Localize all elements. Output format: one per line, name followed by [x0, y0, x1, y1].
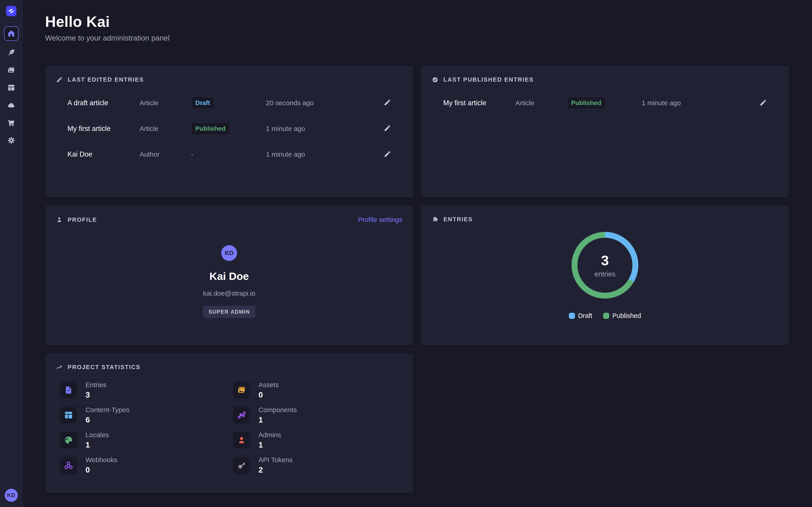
stat-tile: [233, 407, 250, 424]
entry-type: Article: [140, 125, 191, 132]
sidebar: KD: [0, 0, 22, 507]
globe-icon: [64, 435, 73, 445]
project-statistics-panel: PROJECT STATISTICS Entries: [45, 353, 413, 493]
entries-count: 3: [601, 252, 609, 268]
last-published-entries-panel: LAST PUBLISHED ENTRIES My first article …: [421, 66, 789, 198]
sidebar-item-cloud[interactable]: [4, 98, 18, 112]
stat-value: 1: [258, 440, 281, 449]
strapi-admin-app: KD Hello Kai Welcome to your administrat…: [0, 0, 812, 507]
check-circle-icon: [432, 76, 439, 83]
stat-value: 1: [86, 440, 109, 449]
entry-updated-time: 1 minute ago: [266, 151, 380, 158]
sidebar-item-content-manager[interactable]: [4, 45, 18, 60]
pictures-icon: [237, 385, 246, 395]
sidebar-user-section: KD: [0, 483, 22, 507]
profile-name: Kai Doe: [209, 270, 249, 282]
profile-settings-link[interactable]: Profile settings: [358, 216, 402, 224]
stat-tile: [60, 407, 77, 424]
draft-swatch: [569, 313, 575, 319]
chart-legend: Draft Published: [569, 312, 641, 320]
panel-title: PROFILE: [68, 216, 97, 223]
trending-up-icon: [56, 364, 63, 371]
edit-entry-button[interactable]: [384, 125, 391, 132]
profile-panel: PROFILE Profile settings KD Kai Doe kai.…: [45, 206, 413, 345]
stats-table: Entries 3: [56, 378, 402, 478]
stat-label: Webhooks: [86, 456, 117, 464]
table-row[interactable]: Kai Doe Author - 1 minute ago: [56, 142, 402, 167]
table-row[interactable]: My first article Article Published 1 min…: [56, 116, 402, 142]
panel-header: PROFILE Profile settings: [56, 206, 402, 224]
stat-webhooks: Webhooks 0: [56, 453, 229, 478]
sidebar-item-marketplace[interactable]: [4, 116, 18, 130]
dashboard-grid: LAST EDITED ENTRIES A draft article Arti…: [45, 66, 790, 493]
layout-icon: [7, 83, 15, 92]
stat-locales: Locales 1: [56, 428, 229, 453]
entry-updated-time: 1 minute ago: [642, 99, 756, 107]
document-icon: [64, 385, 73, 395]
panel-header: LAST EDITED ENTRIES: [56, 66, 402, 83]
panel-title: ENTRIES: [444, 216, 473, 223]
cloud-icon: [7, 101, 15, 109]
stat-label: Entries: [86, 381, 106, 389]
panel-title: LAST PUBLISHED ENTRIES: [444, 76, 534, 83]
molecule-icon: [237, 410, 246, 420]
stat-label: Admins: [258, 431, 281, 439]
entry-name: A draft article: [67, 99, 140, 107]
person-icon: [237, 435, 246, 445]
stat-label: Assets: [258, 381, 279, 389]
entries-chart: 3 entries Draft Published: [432, 231, 778, 320]
entry-type: Author: [140, 151, 191, 158]
webhook-icon: [64, 461, 73, 470]
last-published-table: My first article Article Published 1 min…: [432, 90, 778, 116]
legend-label: Draft: [578, 312, 592, 320]
stat-value: 3: [86, 390, 106, 399]
stat-components: Components 1: [229, 403, 402, 428]
sidebar-nav: [0, 22, 22, 151]
layout-icon: [64, 410, 73, 420]
page-title: Hello Kai: [45, 13, 790, 30]
media-icon: [7, 66, 15, 74]
page-subtitle: Welcome to your administration panel: [45, 34, 790, 42]
table-row[interactable]: My first article Article Published 1 min…: [432, 90, 778, 116]
stat-value: 2: [258, 465, 293, 474]
strapi-logo-icon: [6, 6, 16, 16]
home-icon: [7, 29, 15, 38]
sidebar-item-settings[interactable]: [4, 133, 18, 148]
legend-item-draft: Draft: [569, 312, 592, 320]
stat-entries: Entries 3: [56, 378, 229, 403]
entry-name: My first article: [443, 99, 515, 107]
edit-entry-button[interactable]: [759, 99, 767, 107]
user-avatar[interactable]: KD: [5, 489, 18, 502]
edit-entry-button[interactable]: [384, 99, 391, 107]
sidebar-item-home[interactable]: [4, 26, 18, 41]
stat-admins: Admins 1: [229, 428, 402, 453]
status-badge: Published: [567, 97, 606, 109]
stat-value: 6: [86, 415, 130, 424]
edit-entry-button[interactable]: [384, 151, 391, 158]
stat-label: Content-Types: [86, 406, 130, 414]
entry-updated-time: 1 minute ago: [266, 125, 380, 132]
stat-tile: [60, 382, 77, 398]
stat-value: 0: [86, 465, 117, 474]
pencil-icon: [384, 125, 391, 132]
stat-tile: [233, 382, 250, 398]
feather-icon: [7, 48, 15, 57]
key-icon: [237, 461, 246, 470]
sidebar-item-content-type-builder[interactable]: [4, 80, 18, 95]
status-empty: -: [191, 151, 193, 158]
entry-updated-time: 20 seconds ago: [266, 99, 380, 107]
stat-value: 0: [258, 390, 279, 399]
stat-api-tokens: API Tokens 2: [229, 453, 402, 478]
table-row[interactable]: A draft article Article Draft 20 seconds…: [56, 90, 402, 116]
panel-title: PROJECT STATISTICS: [68, 364, 141, 371]
sidebar-item-media-library[interactable]: [4, 63, 18, 77]
stat-tile: [60, 432, 77, 448]
pencil-icon: [56, 76, 63, 83]
entry-name: My first article: [67, 125, 140, 133]
cart-icon: [7, 119, 15, 127]
profile-body: KD Kai Doe kai.doe@strapi.io SUPER ADMIN: [56, 245, 402, 318]
donut-chart: 3 entries: [571, 231, 639, 299]
stat-content-types: Content-Types 6: [56, 403, 229, 428]
published-swatch: [603, 313, 609, 319]
stat-assets: Assets 0: [229, 378, 402, 403]
